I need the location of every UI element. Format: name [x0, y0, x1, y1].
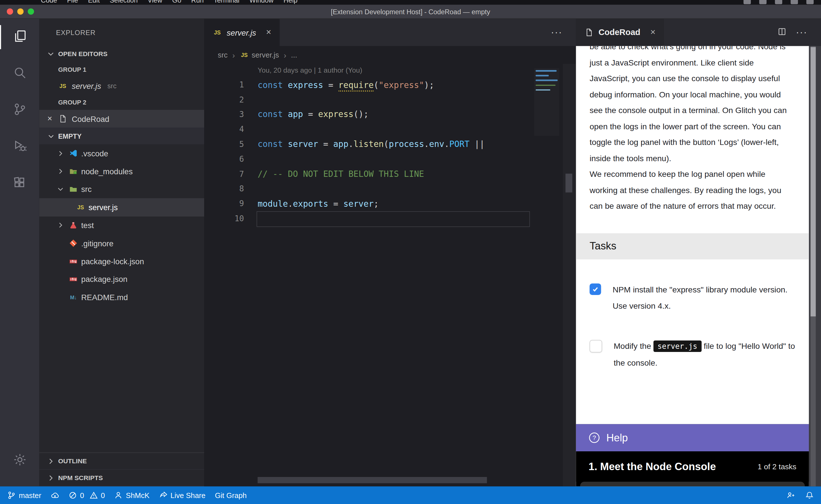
minimize-window-button[interactable] [17, 8, 24, 15]
status-git-graph[interactable]: Git Graph [215, 491, 247, 499]
tab-coderoad[interactable]: CodeRoad × [576, 19, 664, 46]
activity-item-run-debug[interactable] [0, 129, 39, 165]
code-editor[interactable]: You, 20 days ago | 1 author (You) 1const… [204, 64, 576, 486]
status-feedback[interactable] [787, 491, 795, 499]
line-text: module.exports = server; [258, 199, 379, 209]
line-number: 7 [204, 169, 258, 179]
activity-item-explorer[interactable] [0, 19, 39, 56]
code-line-3[interactable]: 3const app = express(); [204, 107, 563, 122]
coderoad-panel: CodeRoad × ··· be able to check what's g… [576, 19, 821, 486]
close-editor-icon[interactable]: × [46, 114, 54, 123]
editor-group: JS server.js × ··· src›JSserver.js›... Y… [204, 19, 576, 486]
menu-selection[interactable]: Selection [110, 0, 138, 4]
activity-item-extensions[interactable] [0, 165, 39, 202]
scrollbar-thumb[interactable] [810, 47, 816, 316]
status-shmck[interactable]: ShMcK [114, 491, 149, 499]
tree-item-package-lock-json[interactable]: package-lock.json [39, 252, 204, 270]
tree-item-src[interactable]: src [39, 180, 204, 198]
status-live-share[interactable]: Live Share [159, 491, 205, 499]
breadcrumb-item-server-js[interactable]: JSserver.js [240, 50, 279, 59]
activity-item-source-control[interactable] [0, 92, 39, 129]
code-line-1[interactable]: 1const express = require("express"); [204, 77, 563, 92]
code-line-5[interactable]: 5const server = app.listen(process.env.P… [204, 137, 563, 151]
close-window-button[interactable] [7, 8, 13, 15]
breadcrumb-item--[interactable]: ... [291, 51, 297, 59]
help-section-header[interactable]: ? Help [576, 424, 809, 452]
share-icon [159, 491, 167, 499]
activity-item-search[interactable] [0, 56, 39, 92]
close-tab-icon[interactable]: × [650, 27, 656, 38]
task-checkbox[interactable] [589, 340, 602, 352]
editor-actions-more-icon[interactable]: ··· [551, 27, 562, 38]
bell-icon [805, 491, 814, 499]
menu-help[interactable]: Help [284, 0, 298, 4]
status-0[interactable]: 0 [68, 491, 84, 499]
close-tab-icon[interactable]: × [266, 27, 271, 38]
minimap[interactable] [534, 68, 559, 136]
tree-item-package-json[interactable]: package.json [39, 270, 204, 288]
window-title-bar: [Extension Development Host] - CodeRoad … [0, 5, 821, 19]
tree-item-label: .vscode [81, 149, 108, 158]
line-number: 5 [204, 140, 258, 149]
tree-item-readme-md[interactable]: M↓README.md [39, 288, 204, 306]
menu-run[interactable]: Run [191, 0, 204, 4]
breadcrumb-separator: › [284, 50, 286, 59]
menu-view[interactable]: View [148, 0, 162, 4]
tree-item-node_modules[interactable]: node_modules [39, 162, 204, 180]
webview-scrollbar[interactable] [809, 46, 821, 487]
status-master[interactable]: master [7, 491, 41, 499]
tree-item--gitignore[interactable]: .gitignore [39, 234, 204, 252]
menu-go[interactable]: Go [172, 0, 181, 4]
menu-terminal[interactable]: Terminal [214, 0, 240, 4]
run-debug-icon [12, 139, 27, 155]
minimap-line [536, 85, 555, 86]
code-line-9[interactable]: 9module.exports = server; [204, 196, 563, 211]
tree-item-test[interactable]: test [39, 216, 204, 234]
editor-vertical-scrollbar[interactable] [563, 64, 576, 486]
minimap-line [536, 89, 550, 91]
open-editor-item-server-js[interactable]: JSserver.jssrc [39, 77, 204, 95]
open-editor-item-coderoad[interactable]: ×CodeRoad [39, 110, 204, 128]
activity-item-settings[interactable] [0, 442, 39, 479]
breadcrumb-item-src[interactable]: src [218, 51, 228, 59]
code-line-4[interactable]: 4 [204, 122, 563, 137]
maximize-window-button[interactable] [28, 8, 34, 15]
chevron-right-icon [46, 457, 56, 465]
split-editor-icon[interactable] [778, 27, 787, 38]
status-0[interactable]: 0 [89, 491, 105, 499]
code-line-6[interactable]: 6 [204, 152, 563, 167]
lesson-paragraph: We recommend to keep the log panel open … [589, 166, 795, 214]
code-line-2[interactable]: 2 [204, 92, 563, 107]
editor-horizontal-scrollbar[interactable] [258, 477, 487, 483]
task-list: NPM install the "express" library module… [576, 259, 809, 395]
tab-server-js[interactable]: JS server.js × [204, 19, 280, 46]
folder-src-icon [69, 185, 78, 194]
scrollbar-thumb[interactable] [565, 174, 572, 192]
menu-window[interactable]: Window [250, 0, 274, 4]
code-line-7[interactable]: 7// -- DO NOT EDIT BELOW THIS LINE [204, 167, 563, 181]
settings-icon [12, 452, 27, 469]
tree-item--vscode[interactable]: .vscode [39, 144, 204, 162]
panel-more-actions-icon[interactable]: ··· [796, 27, 807, 38]
js-icon: JS [240, 50, 249, 59]
line-number: 8 [204, 184, 258, 193]
workspace-section-header[interactable]: EMPTY [39, 128, 204, 144]
section-label: NPM SCRIPTS [58, 474, 103, 482]
status-cloud[interactable] [51, 491, 59, 499]
file-tree: .vscodenode_modulessrcJSserver.jstest.gi… [39, 144, 204, 452]
task-checkbox[interactable] [589, 283, 601, 295]
tree-item-server-js[interactable]: JSserver.js [39, 198, 204, 216]
chevron-down-icon [55, 185, 66, 193]
menu-edit[interactable]: Edit [88, 0, 100, 4]
chevron-right-icon [46, 474, 56, 482]
menu-code[interactable]: Code [41, 0, 57, 4]
tasks-heading: Tasks [576, 233, 809, 259]
section-npm-scripts[interactable]: NPM SCRIPTS [39, 470, 204, 486]
menu-file[interactable]: File [67, 0, 78, 4]
minimap-line [536, 75, 549, 76]
tab-label: CodeRoad [598, 28, 640, 37]
code-line-8[interactable]: 8 [204, 181, 563, 196]
open-editors-header[interactable]: OPEN EDITORS [39, 46, 204, 62]
section-outline[interactable]: OUTLINE [39, 453, 204, 470]
status-bell[interactable] [805, 491, 814, 499]
